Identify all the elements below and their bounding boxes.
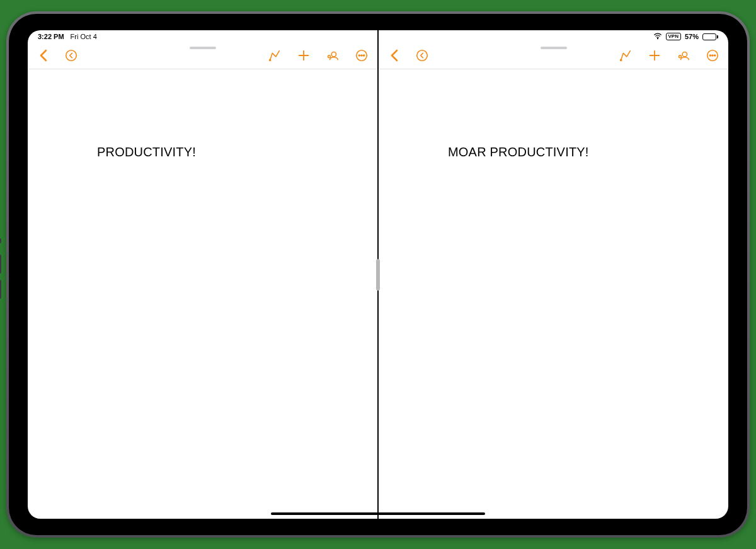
chevron-left-icon xyxy=(37,48,52,63)
volume-up-button xyxy=(0,255,1,274)
undo-button[interactable] xyxy=(415,49,429,62)
markup-button[interactable] xyxy=(619,49,633,62)
svg-point-24 xyxy=(714,54,716,55)
add-button[interactable] xyxy=(648,49,662,62)
note-body-right[interactable]: MOAR PRODUCTIVITY! xyxy=(379,69,728,519)
plus-icon xyxy=(648,49,662,62)
svg-point-23 xyxy=(712,54,713,55)
note-body-left[interactable]: PRODUCTIVITY! xyxy=(28,69,377,519)
svg-point-11 xyxy=(364,54,365,55)
undo-button[interactable] xyxy=(64,49,78,62)
undo-icon xyxy=(415,49,429,62)
ipad-bezel: 3:22 PM Fri Oct 4 xyxy=(9,14,747,535)
left-app-pane: 3:22 PM Fri Oct 4 xyxy=(28,30,377,519)
wifi-icon xyxy=(653,32,662,42)
status-bar-left: 3:22 PM Fri Oct 4 xyxy=(28,30,377,42)
add-button[interactable] xyxy=(297,49,311,62)
multitasking-menu-left[interactable] xyxy=(190,47,216,49)
right-app-pane: VPN 57% xyxy=(379,30,728,519)
volume-down-button xyxy=(0,280,1,299)
markup-button[interactable] xyxy=(268,49,282,62)
svg-point-22 xyxy=(709,54,711,55)
svg-point-0 xyxy=(66,50,77,61)
vpn-badge: VPN xyxy=(666,33,681,40)
share-button[interactable] xyxy=(326,49,340,62)
split-divider-handle[interactable] xyxy=(376,259,380,291)
svg-point-14 xyxy=(621,59,622,61)
battery-icon xyxy=(702,33,718,40)
back-button[interactable] xyxy=(37,48,52,63)
side-button xyxy=(0,238,1,243)
collaborate-icon xyxy=(677,49,690,62)
markup-icon xyxy=(619,49,633,62)
back-button[interactable] xyxy=(387,48,403,63)
toolbar-right xyxy=(379,42,728,69)
svg-point-10 xyxy=(361,54,362,55)
plus-icon xyxy=(297,49,311,62)
ellipsis-circle-icon xyxy=(706,49,719,62)
chevron-left-icon xyxy=(387,48,403,63)
svg-point-17 xyxy=(682,52,687,56)
svg-point-4 xyxy=(331,52,336,56)
undo-icon xyxy=(64,49,78,62)
share-button[interactable] xyxy=(677,49,690,62)
screen: 3:22 PM Fri Oct 4 xyxy=(28,30,728,519)
ellipsis-circle-icon xyxy=(355,49,369,62)
home-indicator[interactable] xyxy=(271,512,485,515)
toolbar-left xyxy=(28,42,377,69)
collaborate-icon xyxy=(326,49,340,62)
more-button[interactable] xyxy=(355,49,369,62)
status-time: 3:22 PM xyxy=(38,33,64,40)
svg-point-12 xyxy=(657,38,658,39)
markup-icon xyxy=(268,49,282,62)
svg-point-13 xyxy=(417,50,428,61)
multitasking-menu-right[interactable] xyxy=(541,47,567,49)
status-bar-right: VPN 57% xyxy=(379,30,728,42)
svg-point-1 xyxy=(270,59,271,61)
svg-point-9 xyxy=(358,54,360,55)
ipad-frame: 3:22 PM Fri Oct 4 xyxy=(6,11,750,538)
status-date: Fri Oct 4 xyxy=(71,33,97,40)
battery-percent: 57% xyxy=(685,33,699,40)
more-button[interactable] xyxy=(706,49,719,62)
